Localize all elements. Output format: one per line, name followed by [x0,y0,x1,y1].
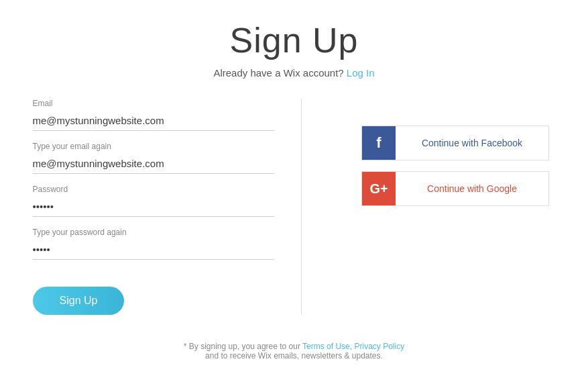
page-title: Sign Up [230,20,359,60]
email-input[interactable] [33,111,274,131]
facebook-button[interactable]: f Continue with Facebook [361,126,549,160]
email-group: Email [33,99,274,131]
google-icon: G+ [362,172,396,205]
password-group: Password [33,185,274,217]
google-button[interactable]: G+ Continue with Google [361,171,549,206]
password-input[interactable] [33,197,274,217]
footer-text: * By signing up, you agree to our [184,342,300,351]
footer-suffix: and to receive Wix emails, newsletters &… [205,351,383,361]
login-link[interactable]: Log In [347,67,375,79]
email-confirm-label: Type your email again [33,142,274,151]
left-panel: Email Type your email again Password Typ… [19,99,301,315]
email-label: Email [33,99,274,108]
google-label: Continue with Google [396,183,548,194]
right-panel: f Continue with Facebook G+ Continue wit… [302,99,569,217]
email-confirm-input[interactable] [33,154,274,174]
subtitle: Already have a Wix account? Log In [213,67,374,79]
password-confirm-input[interactable] [33,240,274,260]
privacy-link[interactable]: Privacy Policy [354,342,404,351]
subtitle-static: Already have a Wix account? [213,67,343,79]
terms-link[interactable]: Terms of Use [302,342,350,351]
facebook-icon: f [362,126,396,160]
password-confirm-label: Type your password again [33,228,274,237]
password-label: Password [33,185,274,194]
signup-button[interactable]: Sign Up [33,287,125,315]
footer-comma: , [350,342,352,351]
email-confirm-group: Type your email again [33,142,274,174]
facebook-label: Continue with Facebook [396,138,548,148]
password-confirm-group: Type your password again [33,228,274,260]
footer: * By signing up, you agree to our Terms … [184,342,404,374]
main-content: Email Type your email again Password Typ… [6,99,583,315]
